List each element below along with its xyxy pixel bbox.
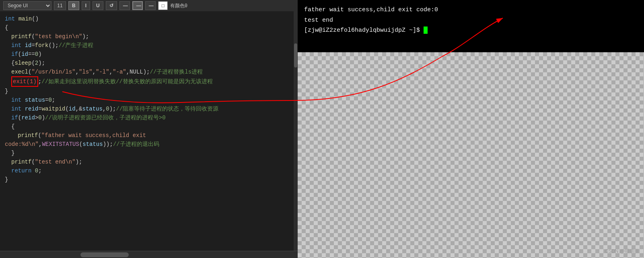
code-line: int status=0; [0, 96, 298, 104]
vertical-scrollbar[interactable] [294, 11, 298, 251]
code-panel: Segoe UI B I U ↺ — — — □ 有颜色0 int main()… [0, 0, 298, 258]
dash2-button[interactable]: — [132, 1, 143, 10]
code-line: code:%d\n",WEXITSTATUS(status));//子进程的退出… [0, 140, 298, 149]
code-line: if(reid>0)//说明子进程资源已经回收，子进程的进程号>0 [0, 113, 298, 122]
code-line: } [0, 87, 298, 96]
bold-button[interactable]: B [68, 1, 79, 10]
watermark: CSDN @喂喂匪 [605, 248, 639, 255]
terminal-window: father wait success,child exit code:0 te… [298, 0, 644, 52]
code-line: {sleep(2); [0, 59, 298, 68]
text-color-label: 有颜色0 [170, 2, 187, 9]
underline-button[interactable]: U [93, 1, 103, 10]
code-line: int reid=waitpid(id,&status,0);//阻塞等待子进程… [0, 104, 298, 113]
main-container: Segoe UI B I U ↺ — — — □ 有颜色0 int main()… [0, 0, 644, 258]
code-line: int main() [0, 14, 298, 23]
italic-button[interactable]: I [82, 1, 90, 10]
toolbar: Segoe UI B I U ↺ — — — □ 有颜色0 [0, 0, 298, 11]
font-size-input[interactable] [54, 1, 66, 10]
code-line: execl("/usr/bin/ls","ls","-l","-a",NULL)… [0, 68, 298, 76]
keyword-int: int [5, 14, 15, 23]
code-line: if(id==0) [0, 50, 298, 59]
code-line: return 0; [0, 166, 298, 175]
code-line: { [0, 122, 298, 131]
code-line: int id=fork();//产生子进程 [0, 41, 298, 50]
horizontal-scrollbar[interactable] [0, 251, 298, 258]
checkerboard-area [298, 52, 644, 258]
font-selector[interactable]: Segoe UI [3, 1, 51, 10]
code-area: int main() { printf("test begin\n"); int… [0, 11, 298, 251]
code-line: printf("father wait success,child exit [0, 131, 298, 140]
code-line: { [0, 23, 298, 32]
terminal-line-2: test end [304, 15, 638, 26]
code-line: } [0, 149, 298, 158]
dash-button[interactable]: — [119, 1, 130, 10]
code-line-exit: exit(1);//如果走到这里说明替换失败//替换失败的原因可能是因为无该进程 [0, 76, 298, 87]
code-line: } [0, 175, 298, 184]
scrollbar-thumb [80, 252, 129, 257]
terminal-cursor [424, 27, 428, 34]
exit-highlighted: exit(1) [11, 76, 38, 87]
dash3-button[interactable]: — [145, 1, 156, 10]
v-scrollbar-thumb [294, 43, 297, 68]
terminal-line-3: [zjw@iZ2zefol6hadylqbwuijdpZ ~]$ [304, 25, 638, 36]
square-button[interactable]: □ [158, 1, 168, 10]
right-panel: father wait success,child exit code:0 te… [298, 0, 644, 258]
code-line: printf("test end\n"); [0, 158, 298, 166]
terminal-line-1: father wait success,child exit code:0 [304, 5, 638, 15]
code-line: printf("test begin\n"); [0, 32, 298, 41]
undo-button[interactable]: ↺ [106, 1, 117, 10]
